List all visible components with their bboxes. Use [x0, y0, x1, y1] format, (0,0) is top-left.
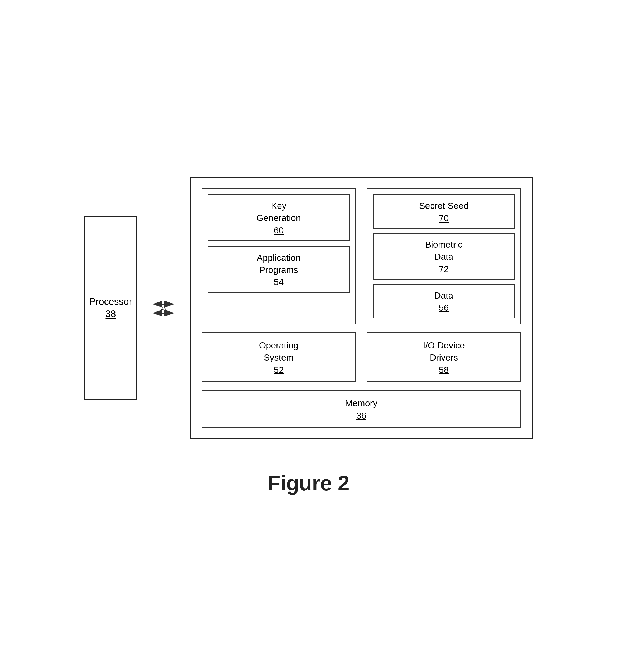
- processor-text: Processor: [89, 296, 132, 307]
- bidirectional-arrow-icon: 48: [143, 300, 185, 316]
- io-device-drivers-num: 58: [373, 365, 515, 375]
- application-programs-num: 54: [214, 277, 344, 287]
- system-box: KeyGeneration 60 ApplicationPrograms 54 …: [190, 177, 533, 440]
- secret-seed-num: 70: [379, 213, 509, 223]
- key-generation-box: KeyGeneration 60: [208, 194, 350, 241]
- key-generation-num: 60: [214, 225, 344, 235]
- biometric-data-num: 72: [379, 264, 509, 274]
- operating-system-box: OperatingSystem 52: [202, 332, 356, 382]
- io-device-drivers-box: I/O DeviceDrivers 58: [367, 332, 521, 382]
- bottom-row: OperatingSystem 52 I/O DeviceDrivers 58: [202, 332, 521, 382]
- data-num: 56: [379, 303, 509, 313]
- memory-num: 36: [208, 410, 515, 421]
- arrow-area: 48: [137, 300, 190, 316]
- data-label: Data: [434, 290, 453, 300]
- io-device-drivers-label: I/O DeviceDrivers: [423, 340, 465, 362]
- left-column: KeyGeneration 60 ApplicationPrograms 54: [202, 188, 356, 325]
- biometric-data-label: BiometricData: [425, 239, 463, 262]
- figure-caption: Figure 2: [267, 471, 350, 495]
- secret-seed-box: Secret Seed 70: [373, 194, 515, 229]
- processor-label: Processor 38: [89, 296, 132, 320]
- system-top-row: KeyGeneration 60 ApplicationPrograms 54 …: [202, 188, 521, 325]
- double-arrow: 48: [143, 300, 185, 316]
- data-box: Data 56: [373, 284, 515, 319]
- svg-text:48: 48: [161, 306, 166, 311]
- memory-box: Memory 36: [202, 390, 521, 428]
- right-column: Secret Seed 70 BiometricData 72 Data 56: [367, 188, 521, 325]
- secret-seed-label: Secret Seed: [419, 201, 468, 211]
- processor-num: 38: [89, 308, 132, 320]
- operating-system-label: OperatingSystem: [259, 340, 298, 362]
- key-generation-label: KeyGeneration: [256, 201, 301, 223]
- biometric-data-box: BiometricData 72: [373, 233, 515, 280]
- diagram-area: Processor 38 48: [84, 177, 533, 440]
- operating-system-num: 52: [208, 365, 350, 375]
- memory-label: Memory: [345, 398, 378, 408]
- application-programs-box: ApplicationPrograms 54: [208, 246, 350, 293]
- processor-box: Processor 38: [84, 216, 137, 400]
- application-programs-label: ApplicationPrograms: [257, 253, 300, 275]
